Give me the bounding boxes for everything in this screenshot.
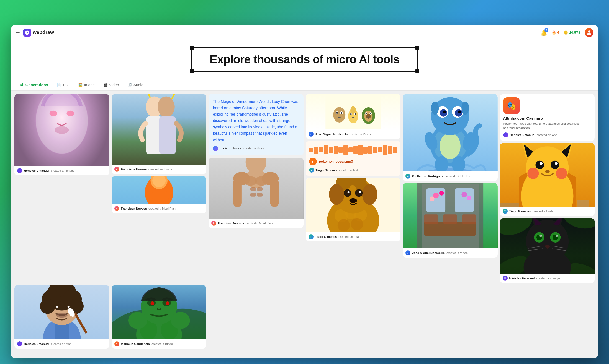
svg-point-167 [128,312,147,329]
card-fruits-avatar: J [309,132,314,137]
app-author-avatar: H [503,132,508,137]
card-embrace-footer: F Francisca Novaes created an Image [112,165,207,174]
svg-point-166 [166,301,169,305]
svg-rect-31 [233,178,242,207]
svg-rect-27 [257,193,263,197]
header: ☰ webdraw 🔔 0 🔥 4 🪙 10,578 [11,25,598,40]
story-text: The Magic of Windermere Woods Lucy Chen … [213,98,299,143]
wave-bar [319,147,323,152]
corner-bl [190,69,194,73]
svg-point-154 [56,313,68,318]
menu-icon[interactable]: ☰ [16,30,20,36]
svg-point-111 [556,168,567,179]
app-name: Altinha com Casimiro [503,116,592,121]
svg-point-69 [359,191,361,193]
card-panther[interactable]: H Héricles Emanuel created an Image [500,218,595,283]
card-dog-footer: T Tiago Gimenes created an Image [306,232,401,241]
card-bodybuilder-footer: F Francisca Novaes created a Meal Plan [209,219,304,228]
card-astronaut-footer: F Francisca Novaes created a Meal Plan [112,204,207,213]
svg-rect-101 [443,214,457,224]
svg-point-58 [351,218,363,231]
svg-point-112 [535,160,544,169]
card-fruits-footer: J Jose Miguel Noblecilla created a Video [306,129,401,139]
svg-point-2 [50,111,57,116]
svg-point-152 [56,306,58,308]
card-embrace[interactable]: F Francisca Novaes created an Image [112,94,207,174]
card-body-avatar: F [211,221,216,226]
svg-point-148 [40,298,55,314]
svg-rect-102 [462,214,476,224]
coins-stat: 🪙 10,578 [564,30,580,35]
app-desc: Power your apps with real-time databases… [503,122,592,130]
card-bob-ross[interactable]: H Héricles Emanuel created an App [14,285,109,349]
tab-video-label: Video [109,83,119,87]
card-pikachu[interactable]: T Tiago Gimenes created a Code [500,143,595,216]
hulk-avatar: M [114,341,119,346]
squirtle-avatar: G [405,174,410,179]
svg-point-38 [341,112,342,114]
card-train[interactable]: J Jose Miguel Noblecilla created a Video [403,183,498,258]
card-bodybuilder[interactable]: F Francisca Novaes created a Meal Plan [209,158,304,228]
fire-stat: 🔥 4 [552,30,559,35]
col-3: The Magic of Windermere Woods Lucy Chen … [209,94,304,228]
svg-point-116 [545,170,549,173]
audio-author-avatar: T [309,168,314,173]
tab-all-label: All Generations [19,83,48,87]
app-window: ☰ webdraw 🔔 0 🔥 4 🪙 10,578 [11,25,598,358]
tab-video[interactable]: 🎬 Video [100,80,123,90]
svg-rect-25 [257,187,263,191]
svg-point-75 [440,133,461,159]
content-area[interactable]: H Héricles Emanuel created an Image [11,91,598,358]
app-name: webdraw [33,30,54,35]
svg-point-40 [350,106,356,114]
card-audio[interactable]: ▶ pokemon_bossa.mp3 T Tiago Gimenes crea… [306,141,401,176]
card-crystal-face[interactable]: H Héricles Emanuel created an Image [14,94,109,175]
card-astronaut[interactable]: F Francisca Novaes created a Meal Plan [112,176,207,213]
card-fruits[interactable]: J Jose Miguel Noblecilla created a Video [306,94,401,139]
wave-bar [373,147,377,153]
wave-bar [378,147,382,152]
panther-avatar: H [503,276,508,281]
user-avatar[interactable] [585,28,593,37]
card-story-avatar: L [213,146,218,151]
tab-text-label: Text [62,83,70,87]
svg-point-68 [347,191,349,193]
svg-point-36 [336,112,338,114]
card-altinha-app[interactable]: 🎭 Altinha com Casimiro Power your apps w… [500,94,595,141]
corner-br [415,69,419,73]
wave-bar [334,146,338,154]
wave-bar [358,145,363,155]
card-hulk[interactable]: M Matheus Gaudencio created a Bingo [112,285,207,349]
card-squirtle[interactable]: G Guilherme Rodrigues created a Color Pa… [403,94,498,181]
squirtle-footer: G Guilherme Rodrigues created a Color Pa… [403,171,498,181]
svg-rect-10 [159,116,176,154]
wave-bar [348,147,353,152]
wave-bar [353,146,358,154]
svg-point-64 [329,184,344,205]
tab-audio[interactable]: 🎵 Audio [124,80,147,90]
tab-all-generations[interactable]: All Generations [16,80,52,90]
notification-bell[interactable]: 🔔 0 [540,29,547,36]
col-4: J Jose Miguel Noblecilla created a Video [306,94,401,241]
train-avatar: J [405,250,410,255]
svg-point-16 [165,191,172,198]
card-dog[interactable]: T Tiago Gimenes created an Image [306,178,401,241]
masonry-grid: H Héricles Emanuel created an Image [14,94,595,283]
wave-bar [388,146,392,154]
svg-point-8 [158,96,175,117]
svg-point-65 [362,184,377,205]
card-story[interactable]: The Magic of Windermere Woods Lucy Chen … [209,94,304,155]
wave-bar [314,147,318,154]
tab-image[interactable]: 🖼️ Image [74,80,99,90]
svg-point-67 [355,189,363,197]
wave-bar [393,147,397,153]
svg-point-96 [430,196,435,201]
svg-point-98 [467,196,471,200]
hero-title: Explore thousands of micro AI tools [200,53,409,66]
svg-point-135 [539,235,542,237]
audio-waveform [309,144,397,155]
card-author-avatar-astro: F [114,206,119,211]
tab-text[interactable]: 📄 Text [53,80,73,90]
svg-rect-117 [500,203,519,207]
play-button[interactable]: ▶ [309,158,317,165]
